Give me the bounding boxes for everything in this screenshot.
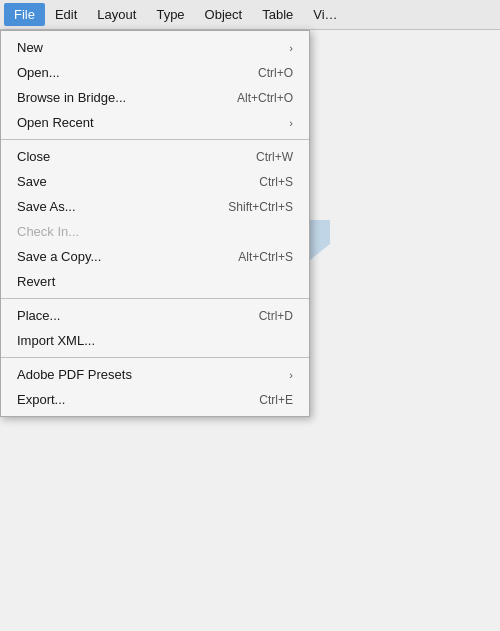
file-dropdown-menu: New › Open... Ctrl+O Browse in Bridge...…: [0, 30, 310, 417]
menu-bar-item-type[interactable]: Type: [146, 3, 194, 26]
menu-item-close[interactable]: Close Ctrl+W: [1, 144, 309, 169]
menu-item-save-as[interactable]: Save As... Shift+Ctrl+S: [1, 194, 309, 219]
menu-item-check-in: Check In...: [1, 219, 309, 244]
menu-bar-item-view[interactable]: Vi…: [303, 3, 347, 26]
menu-bar-item-object[interactable]: Object: [195, 3, 253, 26]
separator-2: [1, 298, 309, 299]
menu-item-pdf-presets[interactable]: Adobe PDF Presets ›: [1, 362, 309, 387]
menu-item-import-xml[interactable]: Import XML...: [1, 328, 309, 353]
menu-item-pdf-presets-arrow: ›: [289, 369, 293, 381]
menu-item-open[interactable]: Open... Ctrl+O: [1, 60, 309, 85]
separator-3: [1, 357, 309, 358]
menu-item-open-recent[interactable]: Open Recent ›: [1, 110, 309, 135]
menu-item-new-arrow: ›: [289, 42, 293, 54]
menu-item-open-recent-arrow: ›: [289, 117, 293, 129]
menu-item-new[interactable]: New ›: [1, 35, 309, 60]
menu-item-export[interactable]: Export... Ctrl+E: [1, 387, 309, 412]
menu-item-browse-bridge[interactable]: Browse in Bridge... Alt+Ctrl+O: [1, 85, 309, 110]
menu-bar-item-layout[interactable]: Layout: [87, 3, 146, 26]
menu-item-revert[interactable]: Revert: [1, 269, 309, 294]
menu-bar-item-file[interactable]: File: [4, 3, 45, 26]
menu-bar-item-table[interactable]: Table: [252, 3, 303, 26]
menu-item-place[interactable]: Place... Ctrl+D: [1, 303, 309, 328]
menu-item-save-copy[interactable]: Save a Copy... Alt+Ctrl+S: [1, 244, 309, 269]
menu-item-save[interactable]: Save Ctrl+S: [1, 169, 309, 194]
menu-bar-item-edit[interactable]: Edit: [45, 3, 87, 26]
separator-1: [1, 139, 309, 140]
menu-bar: File Edit Layout Type Object Table Vi…: [0, 0, 500, 30]
